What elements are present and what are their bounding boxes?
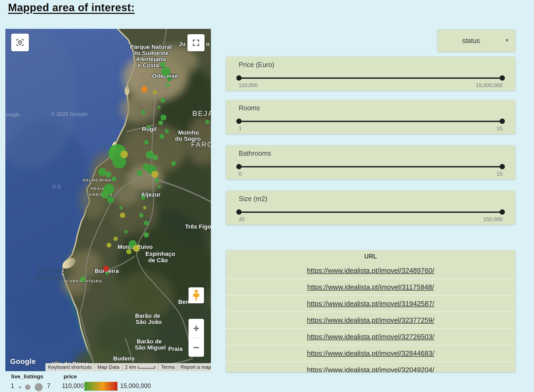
- listing-marker[interactable]: [159, 134, 164, 139]
- listing-marker[interactable]: [144, 232, 149, 238]
- size-slider-handle-max[interactable]: [500, 209, 505, 215]
- listing-url-link[interactable]: https://www.idealista.pt/imovel/32726503…: [307, 333, 434, 341]
- rooms-slider-handle-min[interactable]: [236, 119, 242, 124]
- status-dropdown-label: status: [437, 29, 505, 52]
- rooms-slider-card: Rooms 1 15: [226, 100, 515, 134]
- price-slider-handle-max[interactable]: [500, 75, 505, 81]
- listing-marker[interactable]: [107, 243, 111, 248]
- listing-marker[interactable]: [158, 185, 161, 188]
- google-logo: Google: [10, 358, 36, 366]
- area-select-button[interactable]: [11, 34, 29, 51]
- listing-url-link[interactable]: https://www.idealista.pt/imovel/32049204…: [307, 366, 434, 373]
- listing-marker[interactable]: [146, 151, 154, 159]
- pegman-icon: [192, 289, 200, 301]
- listing-marker[interactable]: [166, 83, 170, 87]
- listing-marker[interactable]: [160, 115, 166, 120]
- size-legend-dot-small: [19, 386, 21, 389]
- listing-marker[interactable]: [133, 245, 140, 252]
- price-slider-handle-min[interactable]: [236, 75, 242, 81]
- map-label: São João: [136, 319, 162, 325]
- listing-marker[interactable]: [103, 266, 109, 272]
- listing-marker[interactable]: [171, 161, 176, 166]
- listing-marker[interactable]: [107, 196, 114, 203]
- map-label: São Miguel: [135, 344, 166, 351]
- rooms-slider-max: 15: [497, 126, 502, 132]
- listing-marker[interactable]: [158, 120, 163, 125]
- map-label: do Sogro: [175, 135, 201, 142]
- price-slider-label: Price (Euro): [239, 61, 274, 69]
- size-slider-handle-min[interactable]: [236, 209, 242, 215]
- listing-marker[interactable]: [142, 86, 147, 92]
- listing-url-link[interactable]: https://www.idealista.pt/imovel/32377259…: [307, 316, 434, 324]
- map-label: Três Figo: [185, 223, 211, 230]
- listing-marker[interactable]: [98, 168, 106, 176]
- map-label: Ju: [179, 41, 186, 47]
- listing-marker[interactable]: [165, 129, 169, 133]
- zoom-in-button[interactable]: +: [189, 319, 204, 338]
- listing-marker[interactable]: [126, 249, 132, 254]
- map-data-button[interactable]: Map Data: [95, 363, 122, 371]
- bathrooms-slider-handle-min[interactable]: [236, 164, 242, 169]
- map-label: Budens: [113, 355, 135, 362]
- listing-marker[interactable]: [139, 213, 143, 217]
- listing-url-link[interactable]: https://www.idealista.pt/imovel/31175848…: [307, 283, 434, 291]
- bathrooms-slider-track[interactable]: [239, 166, 502, 167]
- listing-marker[interactable]: [205, 120, 210, 124]
- price-slider-track[interactable]: [239, 77, 502, 79]
- street-view-pegman[interactable]: [189, 287, 204, 303]
- terms-link[interactable]: Terms: [158, 363, 178, 371]
- listing-marker[interactable]: [141, 195, 145, 200]
- map-label: Google: [5, 112, 20, 117]
- listing-marker[interactable]: [155, 178, 159, 183]
- map-label: BEJA: [192, 109, 211, 117]
- listing-marker[interactable]: [153, 90, 157, 95]
- listing-marker[interactable]: [143, 206, 146, 209]
- listing-marker[interactable]: [137, 170, 143, 176]
- page-title: Mapped area of interest:: [8, 2, 135, 14]
- listing-marker[interactable]: [141, 110, 145, 115]
- size-slider-track[interactable]: [239, 211, 502, 213]
- table-row: https://www.idealista.pt/imovel/32726503…: [226, 328, 515, 345]
- map-pin-icon: [15, 37, 25, 48]
- listing-marker[interactable]: [113, 237, 118, 241]
- listing-marker[interactable]: [147, 125, 151, 129]
- listing-marker[interactable]: [167, 77, 172, 81]
- listing-marker[interactable]: [144, 221, 149, 225]
- zoom-out-button[interactable]: −: [189, 338, 204, 357]
- listing-marker[interactable]: [120, 213, 125, 218]
- keyboard-shortcuts-button[interactable]: Keyboard shortcuts: [45, 363, 95, 371]
- listing-url-link[interactable]: https://www.idealista.pt/imovel/32489760…: [307, 266, 434, 275]
- bathrooms-slider-label: Bathrooms: [239, 150, 271, 157]
- size-legend-dot-medium: [25, 385, 30, 390]
- rooms-slider-track[interactable]: [239, 121, 502, 122]
- listing-marker[interactable]: [160, 62, 166, 67]
- listing-marker[interactable]: [105, 272, 109, 275]
- zoom-control: + −: [189, 319, 204, 357]
- listing-marker[interactable]: [153, 155, 158, 160]
- listing-marker[interactable]: [105, 172, 111, 178]
- listing-marker[interactable]: [161, 67, 170, 76]
- report-map-error-link[interactable]: Report a map error: [178, 363, 211, 371]
- listing-marker[interactable]: [80, 277, 85, 282]
- listing-marker[interactable]: [120, 151, 128, 158]
- listing-marker[interactable]: [160, 98, 165, 103]
- listing-marker[interactable]: [119, 206, 123, 209]
- status-dropdown[interactable]: status ▼: [437, 29, 515, 52]
- listing-marker[interactable]: [151, 171, 158, 178]
- listing-url-link[interactable]: https://www.idealista.pt/imovel/31942587…: [307, 300, 434, 308]
- bathrooms-slider-handle-max[interactable]: [500, 164, 505, 169]
- size-legend-dot-large: [35, 383, 43, 391]
- map-label: PALMEIRINHA: [83, 178, 115, 182]
- url-table-header: URL: [226, 250, 515, 262]
- listing-marker[interactable]: [144, 140, 148, 144]
- listing-marker[interactable]: [101, 190, 109, 198]
- listing-url-link[interactable]: https://www.idealista.pt/imovel/32844683…: [307, 349, 434, 358]
- rooms-slider-handle-max[interactable]: [500, 119, 505, 124]
- listing-marker[interactable]: [112, 177, 116, 181]
- listing-marker[interactable]: [158, 106, 161, 109]
- listing-marker[interactable]: [124, 230, 128, 233]
- table-row: https://www.idealista.pt/imovel/32489760…: [226, 262, 515, 279]
- map-label: Barão de: [137, 338, 162, 345]
- fullscreen-button[interactable]: [187, 34, 205, 51]
- map[interactable]: Parque Naturaldo SudoesteAlentejanoe Cos…: [5, 29, 211, 371]
